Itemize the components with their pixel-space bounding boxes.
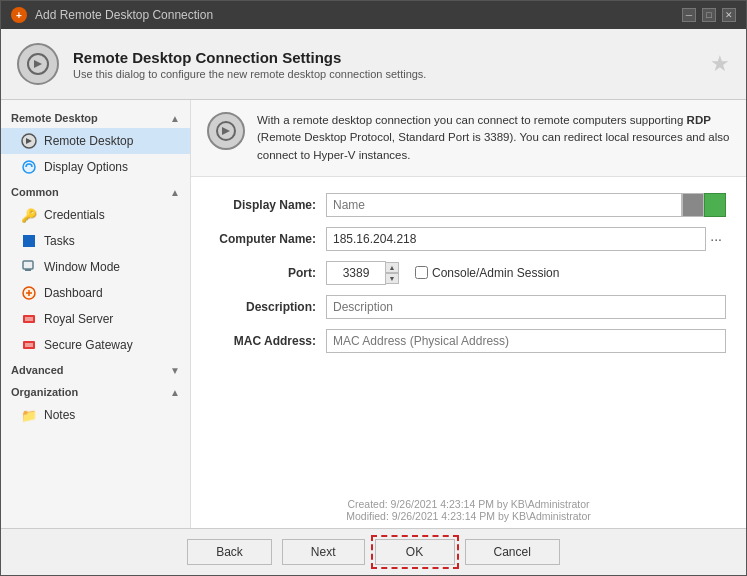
next-button[interactable]: Next	[282, 539, 365, 565]
sidebar-item-remote-desktop[interactable]: Remote Desktop	[1, 128, 190, 154]
content-area: Remote Desktop ▲ Remote Desktop Display …	[1, 100, 746, 528]
sidebar-item-notes[interactable]: 📁 Notes	[1, 402, 190, 428]
created-text: Created: 9/26/2021 4:23:14 PM by KB\Admi…	[211, 498, 726, 510]
port-row: Port: ▲ ▼ Console/Admin Session	[211, 261, 726, 285]
computer-name-label: Computer Name:	[211, 232, 326, 246]
svg-rect-4	[23, 261, 33, 269]
header-text: Remote Desktop Connection Settings Use t…	[73, 49, 426, 80]
restore-button[interactable]: □	[702, 8, 716, 22]
main-window: + Add Remote Desktop Connection ─ □ ✕ Re…	[0, 0, 747, 576]
dialog-subtitle: Use this dialog to configure the new rem…	[73, 68, 426, 80]
favorite-star-icon[interactable]: ★	[710, 51, 730, 77]
remote-desktop-icon	[21, 133, 37, 149]
port-input[interactable]	[326, 261, 386, 285]
dashboard-icon	[21, 285, 37, 301]
chevron-up-icon-org: ▲	[170, 387, 180, 398]
svg-rect-3	[23, 235, 35, 247]
display-name-label: Display Name:	[211, 198, 326, 212]
main-panel: With a remote desktop connection you can…	[191, 100, 746, 528]
computer-name-row: Computer Name: ···	[211, 227, 726, 251]
window-mode-icon	[21, 259, 37, 275]
notes-icon: 📁	[21, 407, 37, 423]
ok-button[interactable]: OK	[375, 539, 455, 565]
mac-address-row: MAC Address:	[211, 329, 726, 353]
sidebar-item-dashboard[interactable]: Dashboard	[1, 280, 190, 306]
window-icon: +	[11, 7, 27, 23]
mac-address-input[interactable]	[326, 329, 726, 353]
sidebar: Remote Desktop ▲ Remote Desktop Display …	[1, 100, 191, 528]
minimize-button[interactable]: ─	[682, 8, 696, 22]
chevron-down-icon-advanced: ▼	[170, 365, 180, 376]
description-control	[326, 295, 726, 319]
sidebar-item-royal-server[interactable]: Royal Server	[1, 306, 190, 332]
port-control: ▲ ▼ Console/Admin Session	[326, 261, 726, 285]
computer-name-control: ···	[326, 227, 726, 251]
window-title: Add Remote Desktop Connection	[35, 8, 682, 22]
console-session-checkbox[interactable]	[415, 266, 428, 279]
sidebar-label-credentials: Credentials	[44, 208, 105, 222]
titlebar-controls: ─ □ ✕	[682, 8, 736, 22]
chevron-up-icon: ▲	[170, 113, 180, 124]
sidebar-section-advanced[interactable]: Advanced ▼	[1, 358, 190, 380]
description-label: Description:	[211, 300, 326, 314]
dialog-header: Remote Desktop Connection Settings Use t…	[1, 29, 746, 100]
sidebar-item-window-mode[interactable]: Window Mode	[1, 254, 190, 280]
description-row: Description:	[211, 295, 726, 319]
display-options-icon	[21, 159, 37, 175]
back-button[interactable]: Back	[187, 539, 272, 565]
modified-text: Modified: 9/26/2021 4:23:14 PM by KB\Adm…	[211, 510, 726, 522]
svg-rect-5	[25, 269, 31, 271]
royal-server-icon	[21, 311, 37, 327]
display-name-input-group	[326, 193, 726, 217]
port-increment-btn[interactable]: ▲	[385, 262, 399, 273]
sidebar-section-common[interactable]: Common ▲	[1, 180, 190, 202]
display-name-color-btn[interactable]	[682, 193, 704, 217]
display-name-green-btn[interactable]	[704, 193, 726, 217]
sidebar-label-remote-desktop: Remote Desktop	[44, 134, 133, 148]
computer-name-input-group: ···	[326, 227, 726, 251]
info-text-suffix: (Remote Desktop Protocol, Standard Port …	[257, 131, 729, 160]
form-area: Display Name: Computer Name:	[191, 177, 746, 492]
computer-name-input[interactable]	[326, 227, 706, 251]
header-rdp-icon	[17, 43, 59, 85]
info-box-text: With a remote desktop connection you can…	[257, 112, 730, 164]
display-name-row: Display Name:	[211, 193, 726, 217]
sidebar-label-dashboard: Dashboard	[44, 286, 103, 300]
display-name-input[interactable]	[326, 193, 682, 217]
sidebar-item-secure-gateway[interactable]: Secure Gateway	[1, 332, 190, 358]
port-spinner: ▲ ▼	[385, 262, 399, 284]
port-decrement-btn[interactable]: ▼	[385, 273, 399, 284]
computer-name-ellipsis-btn[interactable]: ···	[706, 231, 726, 247]
close-button[interactable]: ✕	[722, 8, 736, 22]
dialog-title: Remote Desktop Connection Settings	[73, 49, 426, 66]
svg-rect-8	[25, 317, 33, 321]
info-box: With a remote desktop connection you can…	[191, 100, 746, 177]
secure-gateway-icon	[21, 337, 37, 353]
sidebar-item-credentials[interactable]: 🔑 Credentials	[1, 202, 190, 228]
button-bar: Back Next OK Cancel	[1, 528, 746, 575]
info-text-prefix: With a remote desktop connection you can…	[257, 114, 687, 126]
sidebar-section-organization[interactable]: Organization ▲	[1, 380, 190, 402]
cancel-button[interactable]: Cancel	[465, 539, 560, 565]
sidebar-label-window-mode: Window Mode	[44, 260, 120, 274]
description-input[interactable]	[326, 295, 726, 319]
footer-info: Created: 9/26/2021 4:23:14 PM by KB\Admi…	[191, 492, 746, 528]
titlebar: + Add Remote Desktop Connection ─ □ ✕	[1, 1, 746, 29]
port-label: Port:	[211, 266, 326, 280]
sidebar-section-remote-desktop[interactable]: Remote Desktop ▲	[1, 106, 190, 128]
sidebar-label-secure-gateway: Secure Gateway	[44, 338, 133, 352]
sidebar-label-notes: Notes	[44, 408, 75, 422]
console-session-checkbox-label[interactable]: Console/Admin Session	[415, 266, 559, 280]
sidebar-label-royal-server: Royal Server	[44, 312, 113, 326]
svg-rect-10	[25, 343, 33, 347]
svg-point-2	[23, 161, 35, 173]
tasks-icon	[21, 233, 37, 249]
info-rdp-icon	[207, 112, 245, 150]
sidebar-item-tasks[interactable]: Tasks	[1, 228, 190, 254]
credentials-icon: 🔑	[21, 207, 37, 223]
sidebar-label-display-options: Display Options	[44, 160, 128, 174]
sidebar-item-display-options[interactable]: Display Options	[1, 154, 190, 180]
console-session-label: Console/Admin Session	[432, 266, 559, 280]
chevron-up-icon-common: ▲	[170, 187, 180, 198]
info-text-bold: RDP	[687, 114, 711, 126]
